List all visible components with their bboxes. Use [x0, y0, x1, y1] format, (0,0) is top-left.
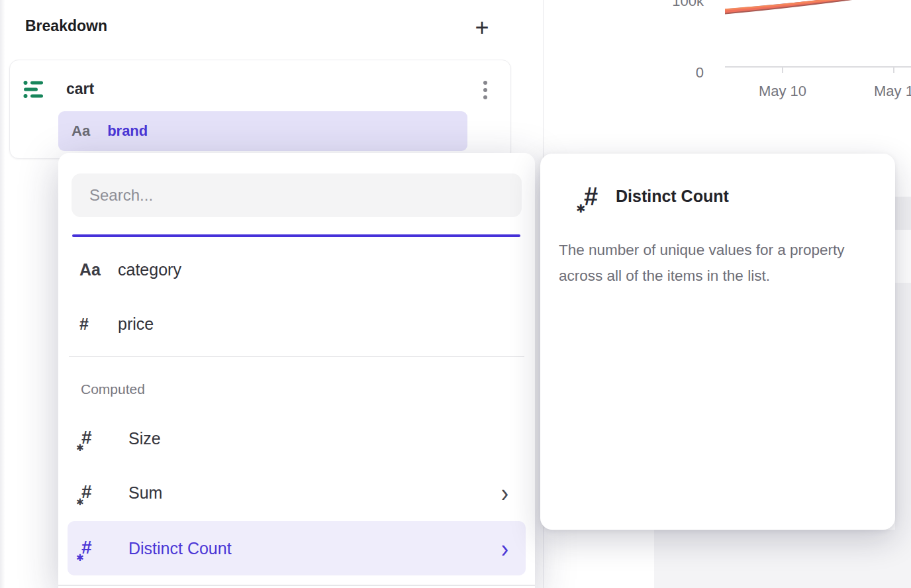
dropdown-item-label: category — [118, 260, 181, 279]
tooltip-title: Distinct Count — [616, 187, 729, 206]
computed-number-icon: # ✱ — [577, 183, 606, 215]
dropdown-item-label: price — [118, 315, 154, 334]
property-description-tooltip: # ✱ Distinct Count The number of unique … — [540, 154, 895, 530]
background-table-bottom — [654, 530, 911, 588]
dropdown-item-label: Size — [128, 429, 161, 448]
add-breakdown-button[interactable]: + — [469, 15, 495, 41]
dropdown-divider — [58, 585, 535, 586]
kebab-icon — [483, 81, 487, 85]
chevron-right-icon: › — [501, 479, 508, 505]
y-axis-tick-label: 0 — [664, 64, 704, 81]
plus-icon: + — [475, 14, 489, 42]
kebab-icon — [483, 95, 487, 99]
panel-left-edge — [0, 0, 5, 588]
background-table-header-sliver — [895, 197, 911, 230]
x-axis-tick — [782, 66, 783, 73]
app-canvas: Breakdown + cart Aa brand Aa category # … — [0, 0, 911, 588]
chevron-right-icon: › — [501, 535, 508, 561]
number-property-icon: # — [79, 315, 118, 334]
breakdown-card-menu-button[interactable] — [475, 75, 495, 105]
dropdown-item-sum[interactable]: # ✱ Sum › — [68, 466, 526, 520]
dropdown-item-label: Distinct Count — [128, 539, 232, 558]
selected-property-chip[interactable]: Aa brand — [58, 111, 467, 151]
computed-number-icon: # ✱ — [77, 426, 99, 451]
computed-number-icon: # ✱ — [77, 480, 99, 505]
x-axis-tick-label: May 10 — [743, 83, 822, 100]
dropdown-item-distinct-count[interactable]: # ✱ Distinct Count › — [68, 521, 526, 575]
tooltip-description: The number of unique values for a proper… — [559, 237, 873, 289]
y-axis-tick-label: 100k — [664, 0, 704, 10]
line-chart-series — [725, 0, 911, 16]
x-axis-tick-label: May 1 — [854, 83, 911, 100]
selected-item-underline — [72, 234, 520, 237]
property-dropdown: Aa category # price Computed # ✱ Size # … — [58, 153, 535, 588]
background-table-sliver — [895, 283, 911, 530]
breakdown-list-name: cart — [66, 80, 94, 98]
computed-number-icon: # ✱ — [77, 536, 99, 561]
chart-x-axis — [725, 66, 911, 68]
dropdown-item-size[interactable]: # ✱ Size — [68, 411, 526, 466]
text-property-icon: Aa — [79, 260, 118, 279]
selected-property-label: brand — [107, 122, 148, 140]
dropdown-item-category[interactable]: Aa category — [68, 242, 526, 297]
dropdown-divider — [69, 356, 524, 357]
search-box — [72, 173, 522, 217]
search-input[interactable] — [72, 173, 522, 217]
dropdown-item-price[interactable]: # price — [68, 297, 526, 351]
list-icon — [23, 78, 45, 101]
x-axis-tick — [893, 66, 894, 73]
kebab-icon — [483, 88, 487, 92]
breakdown-section-title: Breakdown — [25, 17, 107, 35]
text-property-icon: Aa — [72, 122, 90, 140]
computed-section-header: Computed — [81, 381, 145, 397]
dropdown-item-label: Sum — [128, 483, 162, 503]
